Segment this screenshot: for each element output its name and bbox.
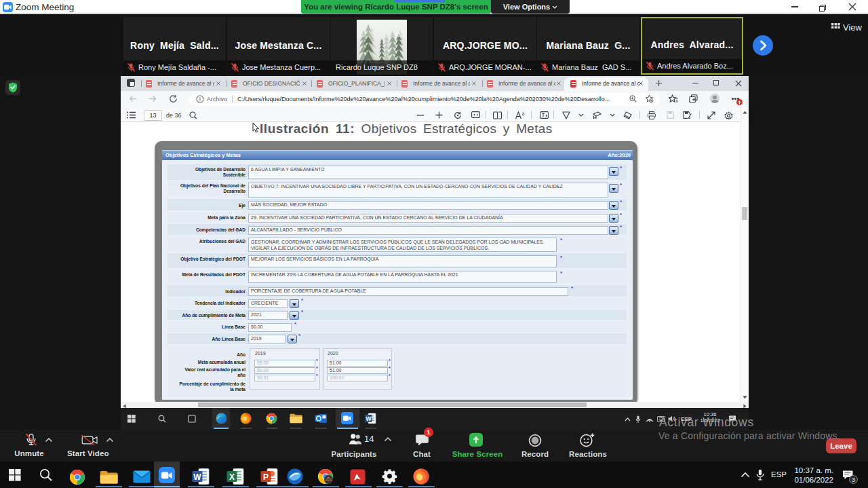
svg-text:P: P	[263, 472, 269, 482]
svg-text:W: W	[193, 472, 201, 482]
svg-text:X: X	[229, 472, 235, 482]
svg-text:W: W	[366, 415, 372, 422]
